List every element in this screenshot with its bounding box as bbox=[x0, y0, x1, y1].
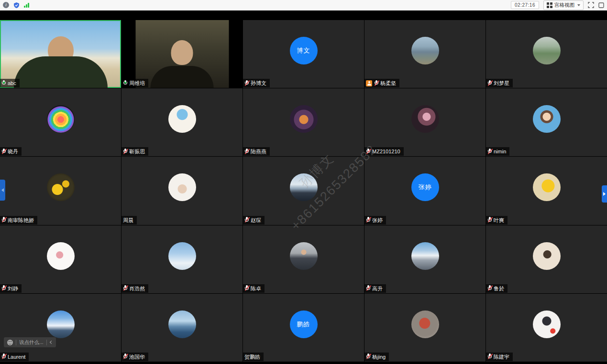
mic-muted-icon bbox=[123, 149, 128, 155]
participant-name-label: 肖浩然 bbox=[121, 284, 148, 293]
participant-name: 晓丹 bbox=[8, 148, 18, 155]
mic-muted-icon bbox=[123, 285, 128, 291]
fullscreen-button[interactable] bbox=[588, 2, 594, 8]
mic-muted-icon bbox=[487, 149, 492, 155]
avatar-initials-text: 张婷 bbox=[419, 183, 432, 192]
grid-view-label: 宫格视图 bbox=[554, 2, 574, 9]
participant-name-label: 张婷 bbox=[364, 216, 386, 225]
participant-tile[interactable]: 肖浩然 bbox=[121, 225, 243, 293]
mic-muted-icon bbox=[487, 80, 492, 86]
participant-tile[interactable]: 鲁於 bbox=[486, 225, 607, 293]
participant-avatar-image bbox=[411, 105, 439, 133]
mic-muted-icon bbox=[366, 217, 371, 223]
participant-name-label: 贺鹏皓 bbox=[243, 353, 264, 361]
participant-tile[interactable]: 博文 孙博文 bbox=[243, 20, 364, 88]
arrow-right-icon bbox=[603, 192, 606, 196]
participant-name: nimin bbox=[494, 148, 506, 155]
participant-tile[interactable]: 靳振思 bbox=[121, 88, 243, 156]
participant-tile[interactable]: 刘静 bbox=[0, 225, 121, 293]
participant-avatar-image bbox=[533, 173, 561, 201]
exit-fullscreen-window-button[interactable] bbox=[598, 2, 604, 8]
topbar-right-controls: 02:27:16 宫格视图 bbox=[511, 0, 604, 10]
participant-name-label: abc bbox=[0, 79, 20, 87]
mic-muted-icon bbox=[123, 353, 128, 360]
mic-muted-icon bbox=[244, 80, 249, 86]
mic-muted-icon bbox=[244, 149, 249, 155]
participant-name-label: 高升 bbox=[364, 284, 386, 293]
participant-name: 赵琛 bbox=[251, 217, 261, 224]
participant-name: Laurent bbox=[8, 353, 25, 360]
participant-name-label: MZ2101210 bbox=[364, 147, 404, 156]
participant-tile[interactable]: 赵琛 bbox=[243, 157, 364, 225]
mic-muted-icon bbox=[366, 353, 371, 360]
participant-avatar-image bbox=[47, 173, 75, 201]
participant-tile[interactable]: abc bbox=[0, 20, 121, 88]
participant-tile[interactable]: 杨jing bbox=[364, 294, 486, 362]
participant-tile[interactable]: 叶爽 bbox=[486, 157, 607, 225]
participant-tile[interactable]: MZ2101210 bbox=[364, 88, 486, 156]
next-page-arrow-button[interactable] bbox=[602, 185, 607, 203]
participant-name-label: 杨jing bbox=[364, 353, 389, 361]
emoji-icon[interactable] bbox=[7, 340, 13, 345]
divider bbox=[46, 340, 47, 345]
mic-muted-icon bbox=[1, 285, 6, 291]
participant-tile[interactable]: Laurent bbox=[0, 294, 121, 362]
participant-avatar-image bbox=[533, 242, 561, 270]
quick-chat-bar[interactable]: 说点什么... bbox=[4, 337, 56, 347]
mic-on-icon bbox=[1, 80, 6, 86]
participant-name: MZ2101210 bbox=[372, 148, 400, 155]
participant-avatar-image bbox=[290, 242, 318, 270]
mic-muted-icon bbox=[1, 149, 6, 155]
participant-name-label: 鲁於 bbox=[486, 284, 508, 293]
participant-tile[interactable]: 周晨 bbox=[121, 157, 243, 225]
previous-page-arrow-button[interactable] bbox=[0, 180, 5, 201]
participant-tile[interactable]: 周维培 bbox=[121, 20, 243, 88]
mic-muted-icon bbox=[366, 285, 371, 291]
participant-name: 周晨 bbox=[123, 217, 133, 224]
mic-muted-icon bbox=[244, 285, 249, 291]
participant-tile[interactable]: 陈卓 bbox=[243, 225, 364, 293]
participant-avatar-image bbox=[411, 310, 439, 338]
meeting-topbar: 02:27:16 宫格视图 bbox=[0, 0, 607, 11]
participant-avatar-image bbox=[533, 105, 561, 133]
participant-name-label: Laurent bbox=[0, 353, 29, 361]
participant-tile[interactable]: nimin bbox=[486, 88, 607, 156]
grid-view-button[interactable]: 宫格视图 bbox=[543, 0, 584, 10]
participant-avatar-image bbox=[533, 310, 561, 338]
participant-name-label: 叶爽 bbox=[486, 216, 508, 225]
participant-avatar-image bbox=[47, 242, 75, 270]
chat-input-placeholder[interactable]: 说点什么... bbox=[19, 339, 44, 346]
participant-avatar-image bbox=[168, 173, 196, 201]
participant-name: 杨柔坚 bbox=[380, 80, 396, 86]
participant-tile[interactable]: 杨柔坚 bbox=[364, 20, 486, 88]
participants-grid: abc 周维培 博文 孙博文 杨柔坚 刘梦星 晓丹 靳振思 陆燕燕 MZ2101… bbox=[0, 20, 607, 362]
participant-tile[interactable]: 鹏皓 贺鹏皓 bbox=[243, 294, 364, 362]
participant-name-label: nimin bbox=[486, 147, 509, 156]
arrow-left-icon bbox=[1, 188, 4, 192]
participant-name-label: 周维培 bbox=[121, 79, 148, 87]
participant-tile[interactable]: 池国华 bbox=[121, 294, 243, 362]
participant-tile[interactable]: 陈建宇 bbox=[486, 294, 607, 362]
participant-avatar-image bbox=[411, 37, 439, 64]
participant-name: 陈卓 bbox=[251, 285, 261, 292]
participant-name: 池国华 bbox=[129, 353, 145, 360]
avatar-initials-text: 鹏皓 bbox=[297, 320, 310, 329]
participant-tile[interactable]: 陆燕燕 bbox=[243, 88, 364, 156]
meeting-info-icon[interactable] bbox=[3, 2, 9, 8]
participant-name-label: 靳振思 bbox=[121, 147, 148, 156]
participant-tile[interactable]: 晓丹 bbox=[0, 88, 121, 156]
participant-tile[interactable]: 南审陈艳娇 bbox=[0, 157, 121, 225]
fullscreen-icon bbox=[588, 2, 594, 8]
participant-tile[interactable]: 高升 bbox=[364, 225, 486, 293]
window-icon bbox=[598, 2, 604, 8]
network-signal-icon[interactable] bbox=[24, 2, 29, 8]
security-shield-icon[interactable] bbox=[13, 2, 20, 9]
participant-name-label: 刘梦星 bbox=[486, 79, 513, 87]
participant-tile[interactable]: 张婷 张婷 bbox=[364, 157, 486, 225]
participant-tile[interactable]: 刘梦星 bbox=[486, 20, 607, 88]
participant-name: 杨jing bbox=[372, 353, 386, 360]
participant-name: 陆燕燕 bbox=[251, 148, 266, 155]
chevron-down-icon bbox=[577, 4, 580, 6]
collapse-chevron-icon[interactable] bbox=[50, 341, 53, 344]
participant-avatar-image bbox=[168, 105, 196, 133]
